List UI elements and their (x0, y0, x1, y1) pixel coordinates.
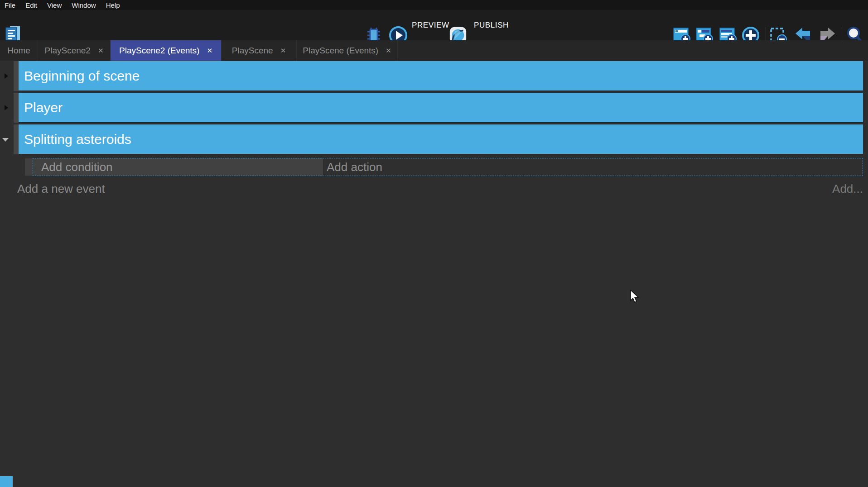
gdevelop-window: File Edit View Window Help (0, 0, 868, 487)
menu-bar: File Edit View Window Help (0, 0, 868, 10)
event-drag-handle[interactable] (14, 124, 19, 154)
add-button[interactable]: Add... (832, 182, 863, 196)
add-condition-button[interactable]: Add condition (33, 158, 323, 176)
event-drag-handle[interactable] (25, 158, 33, 176)
menu-help[interactable]: Help (106, 1, 125, 9)
add-action-button[interactable]: Add action (323, 158, 863, 176)
menu-view[interactable]: View (47, 1, 67, 9)
tab-playscene[interactable]: PlayScene ✕ (222, 40, 297, 61)
mouse-cursor (630, 290, 641, 305)
collapse-arrow-icon[interactable] (5, 73, 8, 79)
event-group-title[interactable]: Beginning of scene (19, 61, 863, 91)
selected-empty-event[interactable]: Add condition Add action (33, 158, 863, 176)
events-sheet: Beginning of scene Player Splitting aste… (0, 61, 868, 487)
event-group-title[interactable]: Player (19, 93, 863, 123)
tab-playscene2-events[interactable]: PlayScene2 (Events) ✕ (111, 40, 222, 61)
preview-button[interactable]: PREVIEW (412, 10, 449, 40)
close-tab-icon[interactable]: ✕ (98, 47, 104, 54)
menu-edit[interactable]: Edit (25, 1, 42, 9)
add-new-event-button[interactable]: Add a new event (17, 182, 105, 196)
event-drag-handle[interactable] (14, 93, 19, 123)
editor-tab-bar: Home PlayScene2 ✕ PlayScene2 (Events) ✕ … (0, 40, 868, 61)
tab-home[interactable]: Home (0, 40, 38, 61)
empty-event-row: Add condition Add action (0, 158, 868, 176)
event-drag-handle[interactable] (14, 61, 19, 91)
tab-playscene-events[interactable]: PlayScene (Events) ✕ (297, 40, 398, 61)
event-group-title[interactable]: Splitting asteroids (19, 124, 863, 154)
publish-button[interactable]: PUBLISH (474, 10, 509, 40)
expand-arrow-icon[interactable] (2, 138, 9, 142)
close-tab-icon[interactable]: ✕ (207, 47, 212, 54)
collapse-arrow-icon[interactable] (5, 105, 8, 110)
close-tab-icon[interactable]: ✕ (386, 47, 391, 54)
menu-file[interactable]: File (5, 1, 20, 9)
corner-blue-chip (0, 476, 13, 487)
add-new-event-row: Add a new event Add... (0, 182, 868, 197)
close-tab-icon[interactable]: ✕ (280, 47, 286, 54)
main-toolbar: PREVIEW PUBLISH (0, 10, 868, 40)
tab-playscene2[interactable]: PlayScene2 ✕ (38, 40, 111, 61)
menu-window[interactable]: Window (72, 1, 101, 9)
